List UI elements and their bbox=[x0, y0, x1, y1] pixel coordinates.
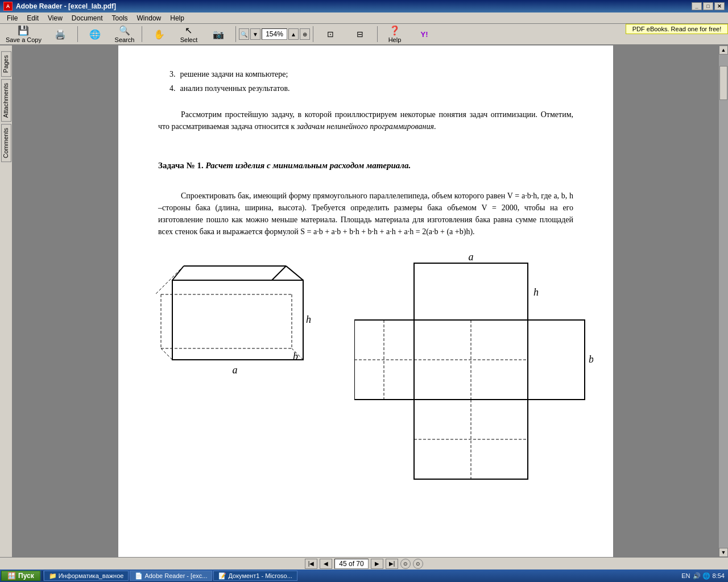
page-number-input[interactable] bbox=[334, 559, 369, 569]
word-icon: 📝 bbox=[218, 572, 226, 580]
start-label: Пуск bbox=[18, 572, 34, 580]
search-button[interactable]: 🔍 Search bbox=[110, 25, 139, 43]
last-page-button[interactable]: ▶| bbox=[386, 559, 398, 569]
close-button[interactable]: ✕ bbox=[714, 2, 725, 10]
scroll-up-arrow[interactable]: ▲ bbox=[719, 45, 728, 55]
toolbar-separator-1 bbox=[77, 26, 78, 42]
diagrams-area: h b a a h bbox=[158, 249, 573, 488]
a-label-3d: a bbox=[233, 363, 238, 378]
menu-help[interactable]: Help bbox=[166, 13, 189, 23]
b-label-3d: b bbox=[293, 351, 298, 362]
scroll-down-arrow[interactable]: ▼ bbox=[719, 548, 728, 557]
intro-list: решение задачи на компьютере; анализ пол… bbox=[158, 68, 573, 94]
snapshot-button[interactable]: 📷 bbox=[204, 25, 233, 43]
hand-icon: ✋ bbox=[154, 29, 165, 40]
print-button[interactable]: 🖨️ bbox=[46, 25, 75, 43]
window-title: Adobe Reader - [excel_lab.pdf] bbox=[16, 2, 116, 10]
pdf-scroll-area[interactable]: решение задачи на компьютере; анализ пол… bbox=[13, 45, 719, 557]
3d-box-diagram: h b a bbox=[138, 249, 332, 378]
taskbar-item-adobe[interactable]: 📄 Adobe Reader - [exc... bbox=[130, 571, 212, 581]
attachments-tab[interactable]: Attachments bbox=[1, 79, 11, 122]
a-label-cross: a bbox=[469, 251, 474, 263]
zoom-input[interactable] bbox=[262, 28, 287, 40]
list-item-4: анализ полученных результатов. bbox=[169, 82, 573, 94]
menu-view[interactable]: View bbox=[43, 13, 67, 23]
scroll-thumb[interactable] bbox=[719, 66, 727, 100]
fit-page-icon: ⊡ bbox=[327, 30, 334, 39]
menu-bar: File Edit View Document Tools Window Hel… bbox=[0, 13, 728, 24]
para-2: Спроектировать бак, имеющий форму прямоу… bbox=[158, 190, 573, 238]
email-icon: 🌐 bbox=[89, 29, 101, 40]
print-icon: 🖨️ bbox=[55, 29, 66, 40]
cross-diagram: a h bbox=[354, 249, 593, 488]
folder-icon: 📁 bbox=[49, 572, 57, 580]
taskbar-separator bbox=[42, 571, 43, 581]
menu-edit[interactable]: Edit bbox=[22, 13, 43, 23]
save-button[interactable]: 💾 Save a Copy bbox=[2, 25, 45, 43]
restore-button[interactable]: □ bbox=[703, 2, 713, 10]
start-button[interactable]: 🪟 Пуск bbox=[1, 571, 40, 581]
hand-tool-button[interactable]: ✋ bbox=[145, 25, 173, 43]
zoom-increment-button[interactable]: ▲ bbox=[288, 28, 299, 40]
select-label: Select bbox=[180, 36, 198, 43]
svg-line-4 bbox=[286, 266, 303, 280]
fit-page-button[interactable]: ⊡ bbox=[316, 25, 345, 43]
menu-tools[interactable]: Tools bbox=[107, 13, 133, 23]
taskbar-item-label-1: Информатика_важное bbox=[59, 572, 124, 579]
zoom-in-button[interactable]: ⊕ bbox=[300, 28, 310, 40]
svg-line-6 bbox=[172, 266, 184, 280]
zoom-decrement-button[interactable]: ▼ bbox=[250, 28, 260, 40]
left-panel: Pages Attachments Comments bbox=[0, 45, 13, 557]
pdf-ebooks-line2: Read one for free! bbox=[671, 26, 722, 32]
forward-button[interactable]: ⊙ bbox=[413, 559, 423, 569]
tray-lang: EN bbox=[681, 572, 690, 579]
save-label: Save a Copy bbox=[6, 36, 42, 43]
b-label-cross: b bbox=[589, 354, 593, 365]
minimize-button[interactable]: _ bbox=[692, 2, 702, 10]
pdf-icon: 📄 bbox=[135, 572, 143, 580]
yahoo-button[interactable]: Y! bbox=[410, 25, 439, 43]
menu-file[interactable]: File bbox=[2, 13, 22, 23]
toolbar-separator-5 bbox=[377, 26, 378, 42]
pdf-page: решение задачи на компьютере; анализ пол… bbox=[118, 45, 613, 557]
rewind-button[interactable]: ⊙ bbox=[400, 559, 411, 569]
pages-tab[interactable]: Pages bbox=[1, 51, 11, 77]
toolbar-separator-4 bbox=[313, 26, 313, 42]
select-button[interactable]: ↖ Select bbox=[175, 25, 203, 43]
svg-rect-14 bbox=[414, 263, 528, 320]
task-header: Задача № 1. Расчет изделия с минимальным… bbox=[158, 159, 573, 172]
search-icon: 🔍 bbox=[119, 25, 130, 36]
next-page-button[interactable]: ▶ bbox=[371, 559, 383, 569]
tray-icons: 🔊 🌐 bbox=[693, 572, 710, 580]
taskbar-item-word[interactable]: 📝 Документ1 - Microso... bbox=[213, 571, 297, 581]
taskbar: 🪟 Пуск 📁 Информатика_важное 📄 Adobe Read… bbox=[0, 569, 728, 582]
list-item-3: решение задачи на компьютере; bbox=[169, 68, 573, 80]
fit-width-button[interactable]: ⊟ bbox=[346, 25, 374, 43]
h-label-cross: h bbox=[533, 286, 539, 298]
task-header-normal: Задача № 1. bbox=[158, 161, 204, 170]
fit-width-icon: ⊟ bbox=[357, 30, 363, 39]
svg-line-9 bbox=[161, 348, 172, 360]
zoom-out-button[interactable]: 🔍 bbox=[239, 28, 249, 40]
app-icon: A bbox=[3, 2, 13, 11]
zoom-area: 🔍 ▼ ▲ ⊕ bbox=[239, 28, 310, 40]
toolbar: 💾 Save a Copy 🖨️ 🌐 🔍 Search ✋ ↖ Select 📷… bbox=[0, 24, 728, 45]
title-bar: A Adobe Reader - [excel_lab.pdf] _ □ ✕ bbox=[0, 0, 728, 13]
comments-tab[interactable]: Comments bbox=[1, 124, 11, 162]
cross-svg: a h bbox=[354, 249, 593, 488]
help-label: Help bbox=[388, 36, 402, 43]
menu-document[interactable]: Document bbox=[67, 13, 107, 23]
first-page-button[interactable]: |◀ bbox=[305, 559, 317, 569]
help-icon: ❓ bbox=[389, 25, 400, 36]
save-icon: 💾 bbox=[18, 25, 29, 36]
taskbar-item-label-3: Документ1 - Microso... bbox=[228, 572, 292, 579]
toolbar-separator-3 bbox=[235, 26, 236, 42]
menu-window[interactable]: Window bbox=[133, 13, 166, 23]
prev-page-button[interactable]: ◀ bbox=[320, 559, 332, 569]
status-bar: |◀ ◀ ▶ ▶| ⊙ ⊙ bbox=[0, 557, 728, 569]
help-button[interactable]: ❓ Help bbox=[380, 25, 409, 43]
h-label-3d: h bbox=[306, 314, 311, 325]
taskbar-item-informatika[interactable]: 📁 Информатика_важное bbox=[44, 571, 129, 581]
email-button[interactable]: 🌐 bbox=[81, 25, 109, 43]
system-tray: EN 🔊 🌐 8:54 bbox=[679, 572, 727, 580]
